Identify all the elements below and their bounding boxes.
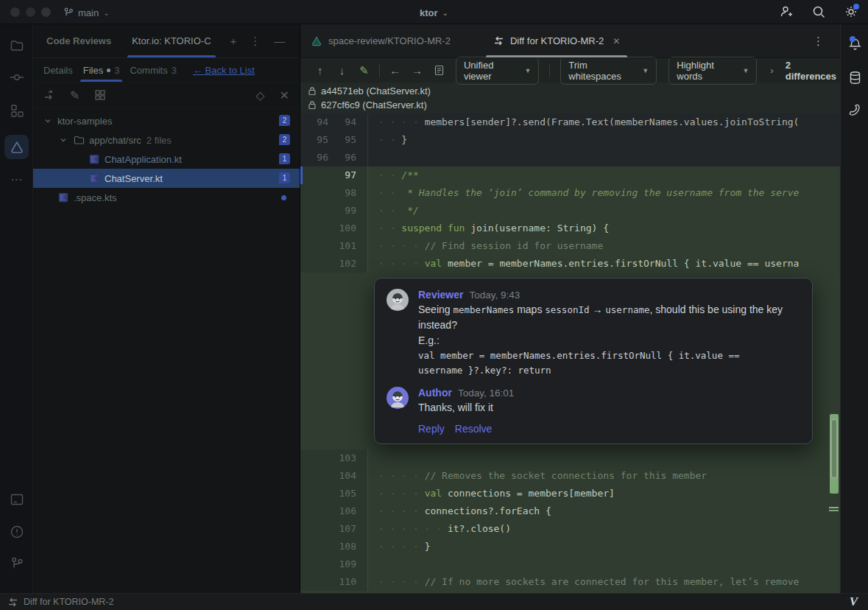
comment-thread: ReviewerToday, 9:43Seeing memberNames ma… [387, 289, 799, 416]
resolve-link[interactable]: Resolve [455, 423, 493, 435]
kotlin-file-icon [89, 154, 99, 164]
gradle-tool-icon[interactable] [841, 99, 868, 120]
subtab-files[interactable]: Files 3 [83, 58, 120, 82]
subtab-details[interactable]: Details [43, 58, 73, 82]
comment-count-badge: 2 [279, 134, 290, 145]
problems-tool-icon[interactable] [0, 521, 33, 543]
project-selector[interactable]: ktor ⌄ [0, 4, 868, 21]
more-tool-windows-icon[interactable]: ⋯ [0, 168, 33, 190]
tree-item-label: app/chat/src [89, 135, 141, 146]
title-bar: main ⌄ ktor ⌄ [0, 0, 868, 24]
close-panel-icon[interactable]: ✕ [280, 88, 289, 102]
tree-item-chatserver-kt[interactable]: ChatServer.kt1 [33, 169, 300, 188]
hide-panel-icon[interactable]: — [274, 35, 285, 47]
kebab-menu-icon[interactable]: ⋮ [250, 35, 261, 48]
terminal-tool-icon[interactable] [0, 488, 33, 511]
space-tool-icon[interactable] [4, 135, 29, 159]
settings-notification-dot [853, 4, 859, 10]
editor-area: space-review/KTORIO-MR-2 Diff for KTORIO… [300, 24, 840, 593]
code-line-102[interactable]: 102· · · · val member = memberNames.entr… [300, 255, 840, 273]
tab-space-review[interactable]: space-review/KTORIO-MR-2 [300, 24, 461, 57]
expand-collapse-icon[interactable]: ◇ [255, 88, 264, 102]
notifications-bell-icon[interactable] [841, 34, 868, 55]
git-tool-icon[interactable] [0, 553, 33, 575]
highlight-dropdown[interactable]: Highlight words▼ [668, 57, 757, 85]
reply-link[interactable]: Reply [418, 423, 445, 435]
edit-source-icon[interactable]: ✎ [353, 64, 375, 77]
comment-timestamp: Today, 16:01 [458, 388, 514, 399]
code-line-99[interactable]: 99· · */ [300, 202, 840, 220]
chevron-down-icon: ▼ [642, 67, 649, 74]
tree-item-app-chat-src[interactable]: app/chat/src2 files2 [33, 130, 300, 150]
code-line-98[interactable]: 98· · * Handles the ‘join’ command by re… [300, 184, 840, 202]
scrollbar-thumb[interactable] [830, 418, 838, 479]
diff-settings-icon[interactable] [428, 65, 450, 76]
database-tool-icon[interactable] [841, 67, 868, 88]
kotlin-file-icon [89, 173, 99, 183]
commit-tool-icon[interactable] [0, 66, 33, 88]
files-toolbar: ✎ ◇ ✕ [33, 83, 300, 108]
forward-icon[interactable]: → [406, 64, 428, 77]
project-name: ktor [420, 7, 438, 18]
group-by-icon[interactable] [94, 89, 106, 101]
code-line-106[interactable]: 106· · · · connections?.forEach { [300, 502, 840, 520]
comment-text: E.g.: [418, 333, 799, 348]
chevron-down-icon: ⌄ [442, 9, 448, 17]
toolbar-overflow-chevron-icon[interactable]: › [770, 65, 773, 76]
code-line-103[interactable]: 103 [300, 449, 840, 467]
folder-icon [74, 135, 85, 145]
left-tool-stripe: ⋯ [0, 24, 33, 593]
tab-code-reviews[interactable]: Code Reviews [36, 24, 121, 57]
tab-diff[interactable]: Diff for KTORIO-MR-2 ✕ [483, 24, 630, 57]
code-line-100[interactable]: 100· · suspend fun join(username: String… [300, 220, 840, 237]
tree-item-ktor-samples[interactable]: ktor-samples2 [33, 111, 300, 130]
new-tab-icon[interactable]: + [230, 35, 237, 47]
lock-icon [308, 86, 317, 96]
tree-item--space-kts[interactable]: .space.kts [33, 188, 300, 207]
back-icon[interactable]: ← [384, 64, 406, 77]
code-review-panel: Code Reviews Ktor.io: KTORIO-C + ⋮ — Det… [33, 24, 300, 593]
status-bar: Diff for KTORIO-MR-2 V [0, 593, 868, 610]
comment-timestamp: Today, 9:43 [469, 290, 520, 301]
back-to-list-link[interactable]: ← Back to List [193, 65, 255, 76]
reviewer-avatar [387, 289, 409, 311]
code-line-110[interactable]: 110· · · · // If no more sockets are con… [300, 573, 840, 591]
viewer-mode-dropdown[interactable]: Unified viewer▼ [456, 57, 539, 85]
file-tree: ktor-samples2app/chat/src2 files2ChatApp… [33, 108, 300, 207]
differences-count: 2 differences [786, 60, 840, 82]
lock-icon [308, 100, 317, 110]
editor-options-kebab-icon[interactable]: ⋮ [813, 35, 824, 48]
project-tool-icon[interactable] [0, 35, 33, 57]
subtab-commits[interactable]: Commits 3 [130, 58, 177, 82]
comment-message-reviewer: ReviewerToday, 9:43Seeing memberNames ma… [387, 289, 799, 378]
previous-difference-icon[interactable]: ↑ [309, 64, 331, 77]
structure-tool-icon[interactable] [0, 99, 33, 122]
comment-popup: ReviewerToday, 9:43Seeing memberNames ma… [374, 278, 813, 444]
code-line-96[interactable]: 9696 [300, 149, 840, 166]
code-line-101[interactable]: 101· · · · // Find session id for userna… [300, 237, 840, 255]
code-line-97[interactable]: 97· · /** [300, 166, 840, 184]
ide-window: main ⌄ ktor ⌄ [0, 0, 868, 610]
edit-icon[interactable]: ✎ [70, 88, 80, 102]
jump-to-source-icon[interactable] [43, 89, 55, 101]
code-line-94[interactable]: 9494· · · · members[sender]?.send(Frame.… [300, 113, 840, 131]
notification-dot [850, 36, 855, 42]
code-line-107[interactable]: 107· · · · · · it?.close() [300, 520, 840, 538]
search-icon[interactable] [811, 4, 827, 20]
code-line-95[interactable]: 9595· · } [300, 131, 840, 149]
diff-icon [493, 36, 504, 46]
settings-gear-icon[interactable] [843, 4, 859, 20]
chevron-expanded-icon [60, 136, 67, 144]
tab-review-ktorio[interactable]: Ktor.io: KTORIO-C [121, 24, 221, 57]
modified-dot [281, 195, 286, 200]
code-with-me-icon[interactable] [778, 4, 794, 20]
code-line-108[interactable]: 108· · · · } [300, 538, 840, 555]
code-line-105[interactable]: 105· · · · val connections = members[mem… [300, 485, 840, 502]
code-line-104[interactable]: 104· · · · // Removes the socket connect… [300, 467, 840, 485]
whitespace-dropdown[interactable]: Trim whitespaces▼ [560, 57, 657, 85]
commit-ref: a44571eb (ChatServer.kt) [308, 84, 840, 98]
tree-item-chatapplication-kt[interactable]: ChatApplication.kt1 [33, 150, 300, 169]
close-tab-icon[interactable]: ✕ [613, 36, 620, 46]
next-difference-icon[interactable]: ↓ [331, 64, 353, 77]
code-line-109[interactable]: 109 [300, 555, 840, 573]
